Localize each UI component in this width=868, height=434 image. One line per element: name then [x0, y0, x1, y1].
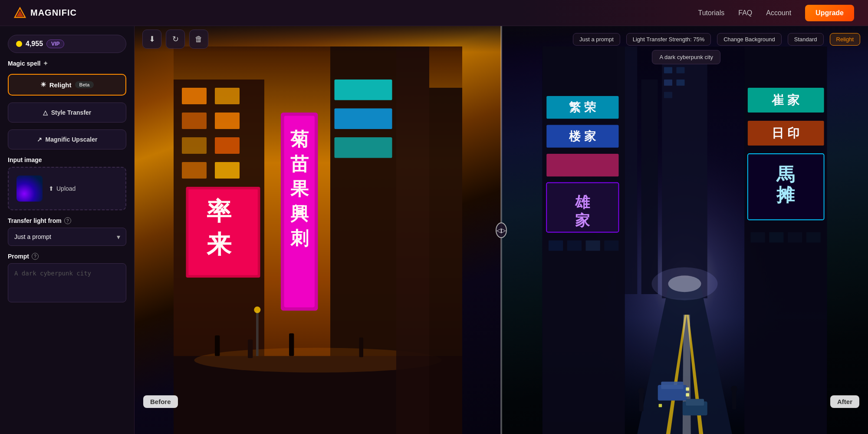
delete-button[interactable]: 🗑: [189, 30, 208, 49]
logo-icon: [14, 7, 26, 19]
trash-icon: 🗑: [195, 35, 203, 44]
main-layout: 4,955 VIP Magic spell ✦ ☀ Relight Beta △…: [0, 26, 868, 434]
tooltip: A dark cyberpunk city: [652, 50, 720, 64]
credits-pill: 4,955 VIP: [8, 35, 126, 53]
input-image-section: Input image ⬆ Upload: [8, 156, 126, 210]
upgrade-button[interactable]: Upgrade: [805, 5, 854, 21]
relight-sun-icon: ☀: [40, 81, 46, 89]
magic-spell-label: Magic spell ✦: [8, 60, 126, 67]
before-image: 率 来 菊 苗 果 興 刺: [135, 26, 501, 434]
transfer-select[interactable]: Just a prompt Image Color: [8, 228, 126, 246]
upload-icon: ⬆: [49, 185, 54, 192]
prompt-label-row: Prompt ?: [8, 253, 126, 260]
logo-text: MAGNIFIC: [30, 8, 77, 18]
main-content: ⬇ ↻ 🗑 Just a prompt Light Transfer Stren…: [135, 26, 868, 434]
nav-tutorials[interactable]: Tutorials: [698, 9, 725, 17]
nav-faq[interactable]: FAQ: [738, 9, 752, 17]
svg-rect-37: [174, 46, 462, 434]
after-image: 繁 荣 楼 家 雄 家 崔 家: [501, 26, 868, 434]
header: MAGNIFIC Tutorials FAQ Account Upgrade: [0, 0, 868, 26]
standard-tag[interactable]: Standard: [788, 33, 824, 46]
sidebar: 4,955 VIP Magic spell ✦ ☀ Relight Beta △…: [0, 26, 135, 434]
transfer-select-wrapper: Just a prompt Image Color ▾: [8, 228, 126, 246]
just-a-prompt-tag[interactable]: Just a prompt: [573, 33, 620, 46]
input-image-thumbnail: [16, 176, 43, 202]
prompt-label: Prompt: [8, 253, 29, 260]
light-transfer-tag[interactable]: Light Transfer Strength: 75%: [626, 33, 711, 46]
change-background-tag[interactable]: Change Background: [717, 33, 782, 46]
upload-label: ⬆ Upload: [49, 185, 76, 192]
triangle-icon: △: [43, 109, 48, 116]
topbar-right-tags: Just a prompt Light Transfer Strength: 7…: [573, 33, 860, 46]
beta-badge: Beta: [75, 81, 94, 88]
download-icon: ⬇: [149, 34, 155, 44]
image-split-area: 率 来 菊 苗 果 興 刺: [135, 26, 868, 434]
magic-wand-icon: ✦: [43, 60, 48, 67]
relight-tag[interactable]: Relight: [830, 33, 860, 46]
transfer-light-section: Transfer light from ? Just a prompt Imag…: [8, 217, 126, 246]
svg-rect-90: [542, 46, 827, 434]
transfer-label-row: Transfer light from ?: [8, 217, 126, 224]
prompt-textarea[interactable]: [8, 263, 126, 302]
upload-box[interactable]: ⬆ Upload: [8, 167, 126, 210]
download-button[interactable]: ⬇: [142, 30, 161, 49]
vip-badge: VIP: [46, 40, 64, 48]
nav-account[interactable]: Account: [766, 9, 791, 17]
divider-arrow[interactable]: ◁▷: [496, 222, 507, 238]
upscale-icon: ↗: [37, 136, 42, 143]
before-label: Before: [143, 395, 178, 408]
style-transfer-button[interactable]: △ Style Transfer: [8, 103, 126, 123]
credits-amount: 4,955: [26, 40, 43, 48]
prompt-section: Prompt ?: [8, 253, 126, 302]
credits-icon: [16, 41, 22, 47]
refresh-button[interactable]: ↻: [166, 30, 185, 49]
transfer-help-icon[interactable]: ?: [64, 217, 71, 224]
divider-handle[interactable]: ◁▷: [500, 26, 502, 434]
input-image-label: Input image: [8, 156, 126, 163]
prompt-help-icon[interactable]: ?: [32, 253, 39, 260]
transfer-light-label: Transfer light from: [8, 217, 62, 224]
upscaler-button[interactable]: ↗ Magnific Upscaler: [8, 129, 126, 149]
after-label: After: [830, 395, 859, 408]
refresh-icon: ↻: [172, 34, 179, 44]
relight-button[interactable]: ☀ Relight Beta: [8, 74, 126, 96]
topbar-left-buttons: ⬇ ↻ 🗑: [142, 30, 208, 49]
logo: MAGNIFIC: [14, 7, 77, 19]
after-scene-svg: 繁 荣 楼 家 雄 家 崔 家: [501, 46, 868, 434]
header-nav: Tutorials FAQ Account Upgrade: [698, 5, 855, 21]
chevron-left-right-icon: ◁▷: [496, 227, 506, 234]
before-scene-svg: 率 来 菊 苗 果 興 刺: [135, 46, 501, 434]
